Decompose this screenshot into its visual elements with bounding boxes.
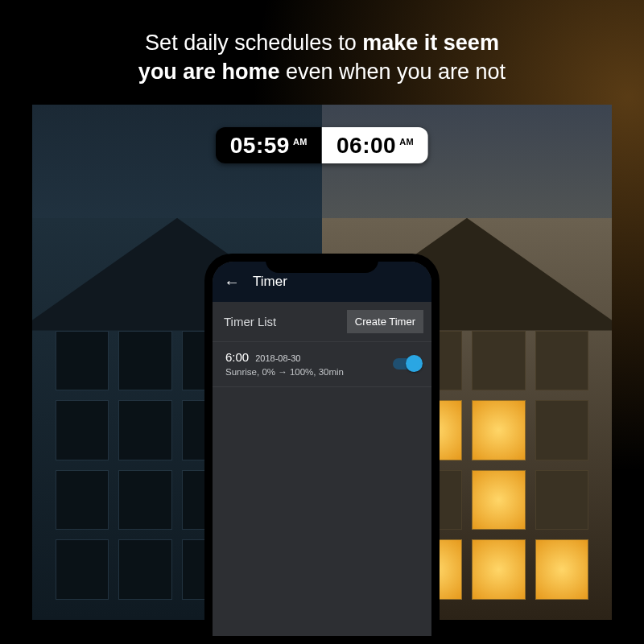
timer-time: 6:00	[225, 350, 249, 364]
time-after: 06:00 AM	[322, 127, 428, 163]
toggle-knob-icon	[406, 355, 423, 372]
timer-list-header: Timer List Create Timer	[213, 302, 431, 341]
time-after-ampm: AM	[399, 137, 414, 147]
time-before-ampm: AM	[293, 137, 308, 147]
time-comparison-badge: 05:59 AM 06:00 AM	[216, 127, 428, 163]
timer-detail: Sunrise, 0% → 100%, 30min	[225, 367, 344, 377]
time-before: 05:59 AM	[216, 127, 322, 163]
timer-list-label: Timer List	[224, 315, 276, 328]
timer-row[interactable]: 6:00 2018-08-30 Sunrise, 0% → 100%, 30mi…	[213, 342, 431, 386]
app-screen: ← Timer Timer List Create Timer 6:00 201…	[213, 262, 431, 636]
app-title: Timer	[253, 274, 287, 290]
divider	[213, 386, 431, 387]
timer-date: 2018-08-30	[255, 353, 300, 363]
headline-prefix: Set daily schedules to	[145, 31, 362, 55]
phone-mockup: ← Timer Timer List Create Timer 6:00 201…	[204, 254, 440, 644]
headline-bold-1: make it seem	[362, 31, 499, 55]
headline-bold-2: you are home	[138, 60, 280, 84]
marketing-headline: Set daily schedules to make it seem you …	[0, 28, 644, 87]
time-before-value: 05:59	[230, 133, 290, 159]
back-icon[interactable]: ←	[224, 274, 240, 290]
time-after-value: 06:00	[336, 133, 396, 159]
timer-toggle[interactable]	[393, 358, 420, 369]
create-timer-button[interactable]: Create Timer	[347, 310, 423, 333]
headline-suffix: even when you are not	[279, 60, 506, 84]
phone-notch	[266, 254, 378, 273]
